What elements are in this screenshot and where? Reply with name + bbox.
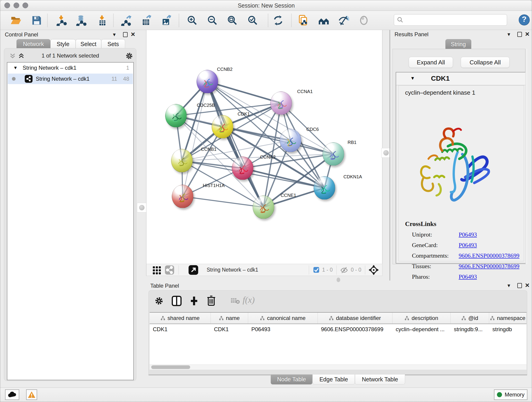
detach-view-icon[interactable] [188, 265, 198, 275]
show-all-icon[interactable] [358, 14, 370, 26]
column-header-description[interactable]: description [393, 313, 451, 324]
selected-checkbox-icon[interactable] [313, 267, 319, 273]
tree-expander-icon[interactable]: ▼ [13, 65, 18, 70]
results-panel-close-icon[interactable]: × [525, 32, 530, 36]
birdseye-grid-icon[interactable] [152, 265, 162, 274]
table-cell[interactable]: CDK1 [150, 324, 211, 335]
control-panel-close-icon[interactable]: × [131, 32, 135, 37]
import-network-file-icon[interactable] [56, 14, 68, 26]
gene-section-header[interactable]: ▼ CDK1 [396, 72, 526, 85]
network-tree-selected-row[interactable]: String Network – cdk1 11 48 [8, 74, 133, 84]
results-scrollbar-track[interactable] [525, 49, 527, 264]
network-node-CDC6[interactable] [280, 129, 301, 152]
import-network-database-icon[interactable] [75, 14, 87, 26]
table-gear-icon[interactable] [154, 296, 164, 306]
gear-icon[interactable] [125, 52, 133, 60]
table-panel-close-icon[interactable]: × [525, 283, 530, 288]
zoom-fit-icon[interactable] [226, 14, 238, 26]
node-label-HIST1H1A: HIST1H1A [203, 183, 225, 188]
results-panel-float-icon[interactable] [517, 32, 522, 37]
select-columns-icon[interactable] [172, 296, 182, 306]
table-cell[interactable]: stringdb:9... [451, 324, 489, 335]
table-panel-collapse-icon[interactable]: ▼ [507, 283, 511, 288]
tab-node-table[interactable]: Node Table [271, 375, 312, 385]
expand-all-button[interactable]: Expand All [409, 57, 453, 68]
control-panel-collapse-icon[interactable]: ▼ [112, 32, 117, 37]
zoom-selected-icon[interactable] [247, 14, 259, 26]
control-panel-float-icon[interactable] [123, 32, 128, 37]
node-label-CDC25B: CDC25B [197, 103, 215, 108]
export-table-icon[interactable] [140, 14, 152, 26]
help-button[interactable]: ? [519, 14, 530, 26]
tab-select[interactable]: Select [76, 39, 101, 49]
crosslink-link[interactable]: P06493 [459, 231, 477, 238]
column-header-shared-name[interactable]: shared name [150, 313, 211, 324]
table-panel-float-icon[interactable] [517, 283, 522, 288]
network-node-CDK1[interactable] [212, 115, 233, 138]
tab-network[interactable]: Network [17, 39, 51, 49]
memory-button[interactable]: Memory [494, 389, 527, 400]
results-panel-collapse-icon[interactable]: ▼ [507, 32, 511, 37]
fit-content-crosshair-icon[interactable] [368, 265, 379, 275]
hidden-eye-icon[interactable] [340, 267, 348, 274]
network-node-HIST1H1A[interactable] [172, 185, 193, 208]
import-table-icon[interactable] [96, 14, 108, 26]
crosslink-link[interactable]: 9606.ENSP00000378699 [459, 263, 519, 270]
crosslink-link[interactable]: P06493 [459, 274, 477, 280]
export-network-icon[interactable] [120, 14, 132, 26]
export-image-icon[interactable] [160, 14, 172, 26]
hide-selected-icon[interactable] [338, 14, 350, 26]
network-node-CDC25B[interactable] [165, 104, 187, 128]
table-cell[interactable]: stringdb [489, 324, 526, 335]
table-cell[interactable]: P06493 [248, 324, 318, 335]
network-canvas[interactable]: CCNB2CCNA1CDC25BCDK1CDC6RB1CCNB1CCNA2CDK… [146, 30, 382, 264]
protein-structure-image [408, 124, 497, 211]
save-session-icon[interactable] [31, 14, 43, 26]
crosslink-link[interactable]: P06493 [459, 242, 477, 249]
zoom-out-icon[interactable] [206, 14, 218, 26]
table-cell[interactable]: CDK1 [211, 324, 248, 335]
network-collection-label: String Network – cdk1 [23, 65, 76, 71]
table-hscrollbar[interactable] [150, 365, 526, 370]
tab-edge-table[interactable]: Edge Table [312, 375, 355, 385]
network-node-CCNA2[interactable] [232, 157, 253, 180]
column-header-name[interactable]: name [211, 313, 248, 324]
column-header-canonical-name[interactable]: canonical name [248, 313, 318, 324]
table-hscrollbar-thumb[interactable] [151, 365, 190, 369]
cloud-status-button[interactable] [5, 389, 19, 400]
tab-string[interactable]: String [445, 39, 471, 49]
network-overview-icon[interactable] [165, 265, 174, 275]
tab-style[interactable]: Style [51, 39, 76, 49]
left-splitter-handle[interactable] [137, 203, 147, 212]
column-type-icon [462, 316, 466, 320]
network-tree-root-row[interactable]: ▼ String Network – cdk1 1 [7, 63, 133, 73]
warnings-button[interactable] [26, 389, 37, 400]
zoom-in-icon[interactable] [186, 14, 198, 26]
tab-sets[interactable]: Sets [101, 39, 125, 49]
network-node-CDKN1A[interactable] [314, 176, 335, 200]
gene-expander-icon[interactable]: ▼ [410, 76, 415, 81]
first-neighbors-icon[interactable] [318, 14, 330, 26]
crosslink-link[interactable]: 9606.ENSP00000378699 [459, 252, 519, 259]
add-column-icon[interactable] [189, 296, 199, 306]
refresh-icon[interactable] [272, 14, 284, 26]
network-node-CCNB1[interactable] [171, 149, 193, 172]
column-header-database-identifier[interactable]: database identifier [318, 313, 393, 324]
selected-count: 1 - 0 [322, 267, 333, 273]
table-cell[interactable]: cyclin–dependent ... [393, 324, 451, 335]
clone-network-icon[interactable] [298, 14, 309, 26]
open-file-icon[interactable] [10, 14, 22, 26]
network-node-CCNA1[interactable] [270, 91, 292, 115]
tab-network-table[interactable]: Network Table [355, 375, 405, 385]
network-node-CCNB2[interactable] [196, 70, 218, 93]
node-label-CCNB1: CCNB1 [201, 147, 216, 152]
search-input[interactable] [394, 14, 507, 26]
column-header-namespace[interactable]: namespace [489, 313, 526, 324]
table-row[interactable]: CDK1CDK1P064939606.ENSP00000378699cyclin… [150, 324, 526, 335]
table-cell[interactable]: 9606.ENSP00000378699 [318, 324, 393, 335]
network-node-CCNE1[interactable] [253, 196, 274, 219]
column-header--id[interactable]: @id [451, 313, 489, 324]
delete-column-icon[interactable] [206, 295, 216, 306]
network-node-RB1[interactable] [323, 142, 344, 166]
collapse-all-button[interactable]: Collapse All [461, 57, 510, 68]
